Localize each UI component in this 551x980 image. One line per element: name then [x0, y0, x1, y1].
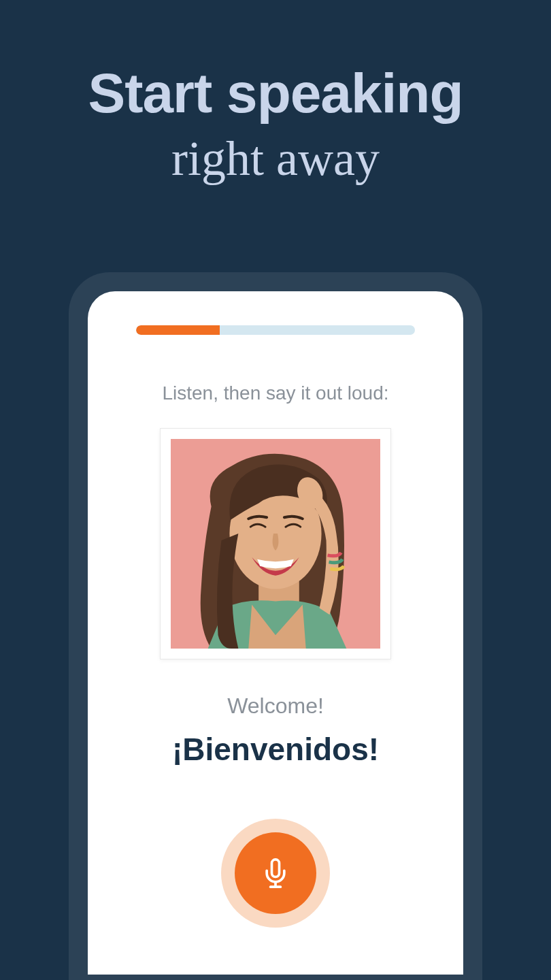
mic-button[interactable] — [235, 832, 316, 914]
phone-frame: Listen, then say it out loud: — [69, 272, 482, 980]
phone-screen: Listen, then say it out loud: — [88, 291, 463, 975]
lesson-progress-fill — [136, 325, 220, 335]
target-phrase: ¡Bienvenidos! — [172, 731, 379, 768]
lesson-instruction: Listen, then say it out loud: — [162, 382, 388, 404]
prompt-photo-card — [160, 428, 391, 659]
promo-headline: Start speaking right away — [0, 0, 551, 187]
microphone-icon — [261, 858, 290, 888]
mic-button-halo — [221, 819, 330, 928]
headline-line-1: Start speaking — [0, 61, 551, 125]
translation-label: Welcome! — [227, 693, 324, 719]
prompt-photo — [171, 439, 380, 649]
lesson-progress-bar — [136, 325, 415, 335]
headline-line-2: right away — [0, 131, 551, 187]
